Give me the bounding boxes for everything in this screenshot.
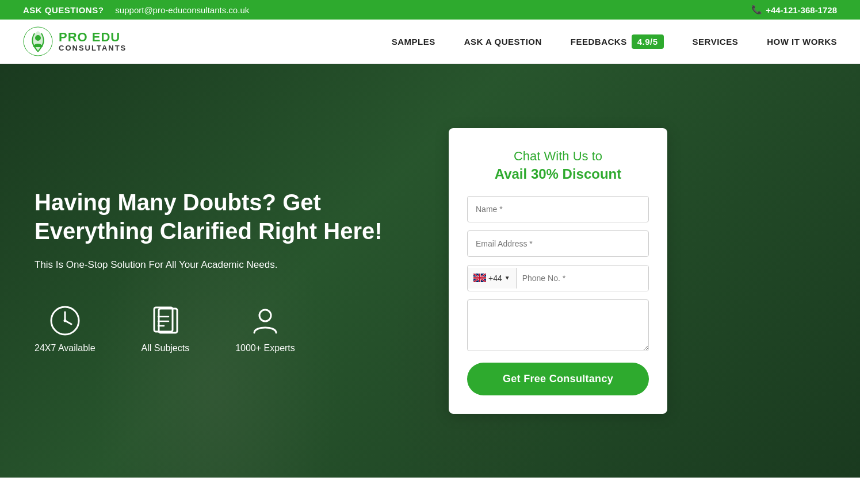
chevron-down-icon: ▼ [504,275,510,281]
logo-link[interactable]: PRO EDU CONSULTANTS [23,26,127,56]
email-input[interactable] [467,230,649,257]
person-icon [250,305,281,336]
phone-input[interactable] [517,266,648,291]
phone-icon: 📞 [751,5,762,15]
nav-services[interactable]: SERVICES [693,37,739,47]
ask-questions-label: ASK QUESTIONS? [23,5,104,15]
nav-how-it-works[interactable]: HOW IT WORKS [767,37,837,47]
support-email: support@pro-educonsultants.co.uk [115,5,249,15]
svg-point-11 [259,310,271,321]
nav-feedbacks-wrapper[interactable]: FEEDBACKS 4.9/5 [571,34,664,49]
form-card-title: Chat With Us to [467,149,649,164]
svg-point-1 [35,35,41,41]
message-textarea[interactable] [467,299,649,351]
rating-badge: 4.9/5 [632,34,664,49]
feature-availability: 24X7 Available [35,305,95,353]
hero-features: 24X7 Available All Subjects 1 [35,305,414,353]
nav-feedbacks-label: FEEDBACKS [571,37,627,47]
hero-content: Having Many Doubts? Get Everything Clari… [0,188,449,353]
consultation-form-card: Chat With Us to Avail 30% Discount +44 ▼… [449,128,667,414]
logo-pro-edu: PRO EDU [59,30,127,44]
hero-subtitle: This Is One-Stop Solution For All Your A… [35,259,414,271]
svg-point-5 [63,320,66,322]
submit-button[interactable]: Get Free Consultancy [467,363,649,395]
feature-experts: 1000+ Experts [235,305,295,353]
hero-section: Having Many Doubts? Get Everything Clari… [0,64,860,478]
uk-flag-icon [473,274,486,282]
name-input[interactable] [467,196,649,222]
svg-rect-6 [154,307,173,332]
hero-title: Having Many Doubts? Get Everything Clari… [35,188,414,245]
phone-text: +44-121-368-1728 [766,5,837,15]
feature-subjects: All Subjects [142,305,190,353]
feature-subjects-label: All Subjects [142,343,190,353]
form-card-subtitle: Avail 30% Discount [467,166,649,182]
phone-prefix-selector[interactable]: +44 ▼ [468,268,517,288]
logo-consultants: CONSULTANTS [59,44,127,52]
logo-text: PRO EDU CONSULTANTS [59,30,127,52]
logo-icon [23,26,53,56]
navbar: PRO EDU CONSULTANTS SAMPLES ASK A QUESTI… [0,20,860,64]
phone-number: 📞 +44-121-368-1728 [751,5,837,15]
document-icon [150,305,181,336]
clock-icon [49,305,81,336]
nav-samples[interactable]: SAMPLES [392,37,435,47]
phone-wrapper: +44 ▼ [467,265,649,291]
top-bar: ASK QUESTIONS? support@pro-educonsultant… [0,0,860,20]
feature-experts-label: 1000+ Experts [235,343,295,353]
nav-ask-question[interactable]: ASK A QUESTION [464,37,542,47]
top-bar-left: ASK QUESTIONS? support@pro-educonsultant… [23,5,249,15]
nav-links: SAMPLES ASK A QUESTION FEEDBACKS 4.9/5 S… [392,34,837,49]
phone-country-code: +44 [488,274,502,283]
feature-availability-label: 24X7 Available [35,343,95,353]
